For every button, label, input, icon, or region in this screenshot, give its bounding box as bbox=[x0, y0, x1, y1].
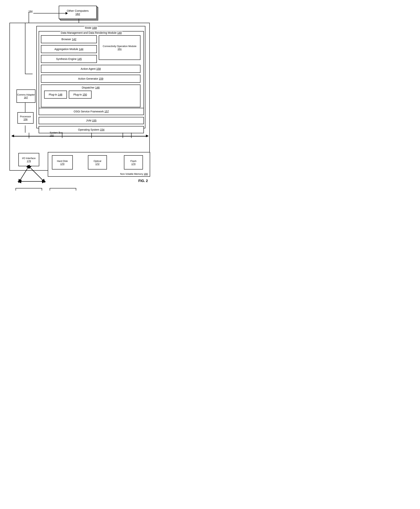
comms-adapter-box: Comms Adapter 167 bbox=[16, 90, 35, 103]
arrowhead-right bbox=[146, 135, 149, 137]
ram-box: RAM 168 Data Management and Data Renderi… bbox=[36, 26, 145, 128]
plugin2-box: Plug-In 150 bbox=[69, 91, 91, 98]
action-generator-box: Action Generator 159 bbox=[41, 75, 140, 83]
browser-box: Browser 142 bbox=[41, 35, 97, 43]
vert-nvm-line1 bbox=[62, 133, 62, 138]
arrow-184-head bbox=[66, 12, 68, 15]
other-computers-num: 182 bbox=[75, 12, 80, 15]
processor-box: Processor 156 bbox=[17, 112, 34, 124]
jvm-box: JVM 155 bbox=[39, 117, 144, 124]
vert-line-top bbox=[29, 12, 29, 24]
diagram: Other Computers 182 184 Computer 152 RAM… bbox=[4, 4, 154, 186]
osgi-box: OSGi Service Framework 157 bbox=[39, 108, 144, 115]
arrow-184-label: 184 bbox=[29, 10, 33, 13]
vert-nvm-line4 bbox=[131, 133, 132, 138]
synthesis-box: Synthesis Engine 145 bbox=[41, 55, 97, 63]
optical-box: Optical 172 bbox=[88, 155, 107, 170]
dispatcher-label: Dispatcher 146 bbox=[41, 85, 140, 89]
horiz-line-comms bbox=[25, 74, 33, 74]
svg-line-1 bbox=[29, 166, 44, 181]
nvm-label: Non-Volatile Memory 166 bbox=[120, 172, 148, 175]
vert-line-comms bbox=[25, 23, 25, 74]
plugin1-box: Plug-In 148 bbox=[44, 91, 67, 98]
computer-outer-box: RAM 168 Data Management and Data Renderi… bbox=[9, 23, 150, 171]
vert-nvm-line3 bbox=[123, 133, 123, 138]
data-management-box: Data Management and Data Rendering Modul… bbox=[39, 31, 144, 111]
vert-line-proc-bus bbox=[25, 126, 25, 133]
vert-line-sys-io bbox=[29, 133, 29, 138]
arrowhead-left bbox=[11, 135, 14, 137]
io-interface-box: I/O Interface 178 bbox=[18, 153, 39, 166]
figure-label: FIG. 2 bbox=[138, 179, 148, 183]
vert-nvm-line2 bbox=[91, 133, 92, 138]
svg-line-0 bbox=[19, 166, 29, 181]
plugins-row: Plug-In 148 Plug-In 150 bbox=[41, 89, 140, 100]
other-computers-label: Other Computers bbox=[67, 9, 89, 12]
data-management-label: Data Management and Data Rendering Modul… bbox=[60, 31, 122, 34]
dispatcher-box: Dispatcher 146 Plug-In 148 Plug-In 150 bbox=[41, 84, 140, 107]
action-agent-box: Action Agent 158 bbox=[41, 65, 140, 73]
connectivity-box: Connectivity Operation Module 151 bbox=[99, 35, 140, 60]
io-arrows-svg bbox=[19, 166, 72, 189]
arrow-184-container: 184 bbox=[29, 12, 68, 15]
flash-box: Flash 174 bbox=[124, 155, 143, 170]
aggregation-box: Aggregation Module 144 bbox=[41, 45, 97, 53]
ram-label: RAM 168 bbox=[84, 26, 98, 29]
vert-line-comms-proc bbox=[25, 103, 25, 112]
system-bus-container: System Bus 160 bbox=[12, 131, 148, 136]
